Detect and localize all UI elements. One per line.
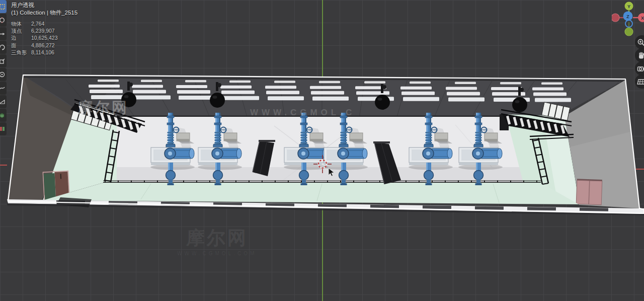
- grid-perspective-icon: [637, 78, 644, 86]
- stat-value: 8,114,106: [31, 49, 54, 56]
- cursor-icon: [0, 17, 5, 23]
- blender-3d-viewport[interactable]: 摩尔网 WWW.CGMOL.COM 摩尔网 WWW.CGMOL.COM WWW.…: [0, 0, 644, 301]
- rotate-icon: [0, 44, 5, 50]
- tool-rotate[interactable]: [0, 41, 7, 54]
- stat-label: 边: [11, 34, 31, 41]
- stat-value: 10,625,423: [31, 34, 58, 41]
- gizmo-neg-y-ball[interactable]: [625, 28, 633, 36]
- viewport-header: 用户透视 (1) Collection | 物件_2515: [11, 2, 77, 17]
- stat-label: 物体: [11, 20, 31, 27]
- pump-station-model[interactable]: [0, 0, 644, 301]
- tool-cursor[interactable]: [0, 14, 7, 27]
- measure-icon: [0, 99, 5, 105]
- transform-icon: [0, 71, 5, 78]
- navigation-gizmo[interactable]: Y X Z: [612, 0, 644, 37]
- gizmo-y-label: Y: [627, 4, 630, 9]
- camera-view-icon: [637, 64, 644, 73]
- tool-shelf: [0, 0, 7, 136]
- move-icon: [0, 31, 5, 37]
- pan-hand-icon: [637, 51, 644, 60]
- gizmo-z-label: Z: [626, 14, 629, 19]
- stat-label: 面: [11, 42, 31, 49]
- stat-value: 2,764: [31, 20, 44, 27]
- stat-value: 4,886,272: [31, 42, 55, 49]
- tool-select-box[interactable]: [0, 0, 7, 13]
- tool-extrude[interactable]: [0, 122, 7, 135]
- scene-statistics: 物体2,764 顶点6,239,907 边10,625,423 面4,886,2…: [11, 20, 58, 56]
- gizmo-x-label: X: [641, 16, 644, 21]
- tool-transform[interactable]: [0, 68, 7, 81]
- extrude-icon: [0, 126, 5, 132]
- stat-label: 三角形: [11, 49, 31, 56]
- add-cube-icon: [0, 112, 5, 118]
- tool-measure[interactable]: [0, 95, 7, 108]
- scale-icon: [0, 58, 5, 64]
- gizmo-neg-x-ball[interactable]: [612, 14, 619, 22]
- tool-add-cube[interactable]: [0, 109, 7, 122]
- tool-move[interactable]: [0, 27, 7, 40]
- zoom-icon: [637, 38, 644, 47]
- stat-label: 顶点: [11, 27, 31, 34]
- select-box-icon: [0, 4, 5, 10]
- gizmo-neg-z-ball[interactable]: [625, 20, 632, 27]
- right-door: [576, 179, 602, 205]
- collection-path: (1) Collection | 物件_2515: [11, 9, 77, 17]
- annotate-icon: [0, 85, 5, 91]
- tool-scale[interactable]: [0, 54, 7, 67]
- stat-value: 6,239,907: [31, 27, 55, 34]
- tool-annotate[interactable]: [0, 82, 7, 95]
- view-name: 用户透视: [11, 2, 77, 9]
- pump-room-building[interactable]: [7, 75, 644, 215]
